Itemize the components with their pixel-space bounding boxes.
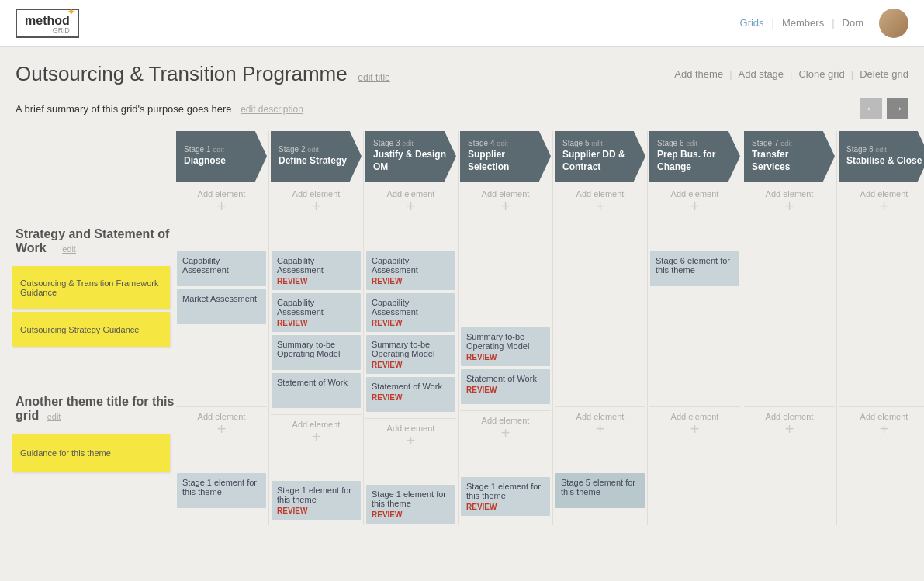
review-badge: REVIEW xyxy=(372,361,450,369)
add-element-theme2-stage6[interactable]: Add element+ xyxy=(649,406,740,441)
card-text: Capability Assessment xyxy=(372,256,418,275)
stage-col-1: Stage 1 editDiagnoseAdd element+Capabili… xyxy=(175,131,269,525)
stage-header-7[interactable]: Stage 7 editTransfer Services xyxy=(744,131,835,182)
user-link[interactable]: Dom xyxy=(843,17,863,29)
title-area: Outsourcing & Transition Programme edit … xyxy=(16,62,390,86)
nav-arrows: ← → xyxy=(860,98,908,119)
add-element-theme2-stage1[interactable]: Add element+ xyxy=(176,406,267,441)
edit-title-link[interactable]: edit title xyxy=(358,72,389,83)
theme2-row0-stage4-card[interactable]: Stage 1 element for this themeREVIEW xyxy=(461,477,550,516)
theme2-title-spacer-5 xyxy=(555,441,645,472)
theme2-row0-stage2-card[interactable]: Stage 1 element for this themeREVIEW xyxy=(272,481,361,520)
theme2-edit[interactable]: edit xyxy=(47,412,61,421)
theme1-row1-stage2-card[interactable]: Capability AssessmentREVIEW xyxy=(272,293,361,332)
stage-2-edit[interactable]: edit xyxy=(307,146,319,154)
stages-grid: Stage 1 editDiagnoseAdd element+Capabili… xyxy=(175,131,924,525)
theme1-row3-stage8-card xyxy=(839,365,924,400)
add-element-theme1-stage6[interactable]: Add element+ xyxy=(649,185,740,219)
theme1-row1-stage6-card xyxy=(650,289,739,324)
add-element-theme1-stage2[interactable]: Add element+ xyxy=(271,185,362,219)
theme1-row3-stage3-card[interactable]: Statement of WorkREVIEW xyxy=(366,377,455,412)
prev-arrow[interactable]: ← xyxy=(860,98,882,119)
review-badge: REVIEW xyxy=(372,510,450,519)
avatar[interactable] xyxy=(879,9,908,38)
stage-header-5[interactable]: Stage 5 editSupplier DD & Contract xyxy=(555,131,645,182)
theme2-title-spacer-8 xyxy=(839,441,924,472)
stage-2-name: Define Strategy xyxy=(279,155,355,168)
stage-5-edit[interactable]: edit xyxy=(591,140,603,147)
add-element-theme1-stage7[interactable]: Add element+ xyxy=(744,185,835,219)
theme1-row2-stage2-card[interactable]: Summary to-be Operating Model xyxy=(272,335,361,370)
theme1-row0-stage5-card xyxy=(555,251,645,286)
theme1-row1-stage7-card xyxy=(745,289,834,324)
theme1-row1-stage5-card xyxy=(555,289,645,324)
stage-col-8: Stage 8 editStabilise & CloseAdd element… xyxy=(837,131,924,525)
card-text: Stage 5 element for this theme xyxy=(561,478,635,496)
theme1-row1-stage1-card[interactable]: Market Assessment xyxy=(177,289,266,324)
theme1-edit[interactable]: edit xyxy=(54,237,76,261)
review-badge: REVIEW xyxy=(372,319,450,327)
theme1-panel: Strategy and Statement of Work edit Outs… xyxy=(8,185,175,347)
stage-header-6[interactable]: Stage 6 editPrep Bus. for Change xyxy=(649,131,740,182)
theme2-row0-stage8-card xyxy=(839,473,924,508)
theme2-row0-stage1-card[interactable]: Stage 1 element for this theme xyxy=(177,473,266,508)
title-actions: Add theme | Add stage | Clone grid | Del… xyxy=(674,68,908,80)
theme2-row0-stage3-card[interactable]: Stage 1 element for this themeREVIEW xyxy=(366,485,455,524)
stage-6-name: Prep Bus. for Change xyxy=(657,149,734,173)
stage-header-4[interactable]: Stage 4 editSupplier Selection xyxy=(460,131,551,182)
add-element-theme1-stage8[interactable]: Add element+ xyxy=(839,185,924,219)
card-text: Capability Assessment xyxy=(372,298,418,316)
theme1-row2-stage3-card[interactable]: Summary to-be Operating ModelREVIEW xyxy=(366,335,455,374)
stage-8-name: Stabilise & Close xyxy=(846,155,923,168)
sticky-1[interactable]: Outsourcing & Transition Framework Guida… xyxy=(12,266,170,309)
edit-desc-link[interactable]: edit description xyxy=(241,104,303,115)
add-element-theme1-stage3[interactable]: Add element+ xyxy=(365,185,456,219)
stage-1-edit[interactable]: edit xyxy=(213,146,224,154)
review-badge: REVIEW xyxy=(277,277,355,285)
next-arrow[interactable]: → xyxy=(887,98,908,119)
add-theme-button[interactable]: Add theme xyxy=(674,68,723,80)
add-element-theme1-stage4[interactable]: Add element+ xyxy=(460,185,551,219)
theme1-row0-stage2-card[interactable]: Capability AssessmentREVIEW xyxy=(272,251,361,290)
members-link[interactable]: Members xyxy=(782,17,824,29)
add-element-theme2-stage4[interactable]: Add element+ xyxy=(460,410,551,444)
theme1-row3-stage4-card[interactable]: Statement of WorkREVIEW xyxy=(461,369,550,404)
theme2-row0-stage5-card[interactable]: Stage 5 element for this theme xyxy=(555,473,645,508)
sep1: | xyxy=(772,17,774,29)
sticky-3[interactable]: Guidance for this theme xyxy=(12,434,170,472)
stage-3-edit[interactable]: edit xyxy=(402,140,414,147)
clone-grid-button[interactable]: Clone grid xyxy=(798,68,844,80)
stage-header-8[interactable]: Stage 8 editStabilise & Close xyxy=(839,131,924,182)
theme1-row3-stage7-card xyxy=(745,365,834,400)
add-element-theme1-stage5[interactable]: Add element+ xyxy=(555,185,645,219)
add-element-theme2-stage2[interactable]: Add element+ xyxy=(271,414,362,448)
theme1-row0-stage1-card[interactable]: Capability Assessment xyxy=(177,251,266,286)
theme1-row0-stage3-card[interactable]: Capability AssessmentREVIEW xyxy=(366,251,455,290)
theme1-row0-stage6-card[interactable]: Stage 6 element for this theme xyxy=(650,251,739,286)
sticky-2[interactable]: Outsourcing Strategy Guidance xyxy=(12,312,170,347)
stage-header-3[interactable]: Stage 3 editJustify & Design OM xyxy=(365,131,456,182)
theme1-row3-stage2-card[interactable]: Statement of Work xyxy=(272,373,361,408)
delete-grid-button[interactable]: Delete grid xyxy=(860,68,908,80)
page-title: Outsourcing & Transition Programme xyxy=(16,62,348,85)
grids-link[interactable]: Grids xyxy=(740,17,764,29)
stage-header-1[interactable]: Stage 1 editDiagnose xyxy=(176,131,267,182)
add-element-theme1-stage1[interactable]: Add element+ xyxy=(176,185,267,219)
theme2-row0-stage7-card xyxy=(745,473,834,508)
stage-7-edit[interactable]: edit xyxy=(780,140,792,147)
stage-4-edit[interactable]: edit xyxy=(497,140,508,147)
add-element-theme2-stage8[interactable]: Add element+ xyxy=(839,406,924,441)
theme1-row1-stage3-card[interactable]: Capability AssessmentREVIEW xyxy=(366,293,455,332)
stage-8-edit[interactable]: edit xyxy=(875,146,887,154)
add-element-theme2-stage3[interactable]: Add element+ xyxy=(365,418,456,452)
theme1-row2-stage4-card[interactable]: Summary to-be Operating ModelREVIEW xyxy=(461,327,550,366)
stage-header-2[interactable]: Stage 2 editDefine Strategy xyxy=(271,131,362,182)
add-element-theme2-stage5[interactable]: Add element+ xyxy=(555,406,645,441)
add-stage-button[interactable]: Add stage xyxy=(739,68,784,80)
stage-5-name: Supplier DD & Contract xyxy=(562,149,639,173)
header: method ✦ GRiD Grids | Members | Dom xyxy=(0,0,924,47)
add-element-theme2-stage7[interactable]: Add element+ xyxy=(744,406,835,441)
theme1-row2-stage6-card xyxy=(650,327,739,362)
stage-6-edit[interactable]: edit xyxy=(686,140,697,147)
card-text: Market Assessment xyxy=(182,294,257,303)
